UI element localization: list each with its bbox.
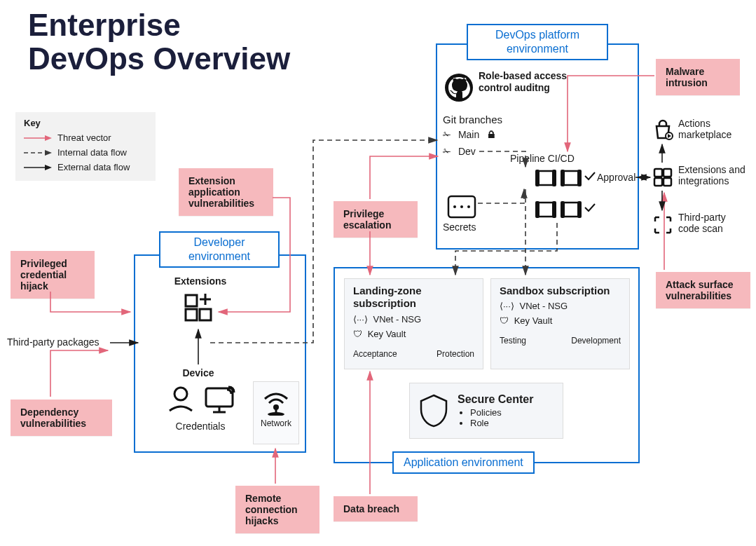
- svg-rect-22: [563, 171, 579, 185]
- svg-rect-24: [577, 170, 582, 186]
- landing-keyvault-label: Key Vault: [368, 329, 406, 339]
- sandbox-testing-label: Testing: [500, 336, 526, 346]
- sandbox-vnet-label: VNet - NSG: [519, 301, 568, 311]
- secure-center-panel: Secure Center Policies Role: [409, 383, 563, 439]
- legend-external-label: External data flow: [57, 162, 130, 172]
- vnet-icon: ⟨∙∙∙⟩: [353, 314, 368, 325]
- legend-title: Key: [24, 118, 147, 128]
- page-title: Enterprise DevOps Overview: [28, 8, 290, 76]
- application-environment-title: Application environment: [404, 456, 523, 468]
- threat-malware-intrusion: Malware intrusion: [656, 59, 740, 95]
- svg-rect-19: [538, 171, 554, 185]
- keyvault-icon: 🛡︎: [500, 315, 509, 326]
- actions-marketplace-label: Actions marketplace: [678, 118, 748, 140]
- threat-remote-connection: Remote connection hijacks: [235, 486, 319, 533]
- secure-center-role: Role: [470, 418, 534, 428]
- svg-rect-28: [563, 203, 579, 217]
- pipeline-stage-icon: [535, 200, 556, 219]
- branch-icon: ✁: [443, 129, 451, 140]
- svg-rect-27: [552, 201, 556, 218]
- vnet-icon: ⟨∙∙∙⟩: [500, 301, 514, 311]
- landing-protection-label: Protection: [437, 349, 474, 359]
- svg-rect-8: [200, 309, 211, 320]
- git-branches-label: Git branches: [443, 114, 527, 125]
- sandbox-panel: Sandbox subscription ⟨∙∙∙⟩ VNet - NSG 🛡︎…: [490, 278, 630, 369]
- threat-privileged-credential: Privileged credential hijack: [11, 251, 95, 299]
- device-label: Device: [174, 367, 223, 378]
- secrets-icon: [447, 195, 476, 219]
- legend-internal-label: Internal data flow: [57, 147, 127, 158]
- checkmark-icon: [584, 203, 596, 212]
- monitor-icon: [203, 384, 238, 415]
- pipeline-stage-icon: [561, 200, 582, 219]
- user-icon: [165, 384, 196, 415]
- svg-rect-40: [664, 178, 671, 186]
- svg-marker-1: [45, 135, 52, 141]
- approval-label: Approval: [597, 172, 639, 183]
- svg-rect-20: [535, 170, 539, 186]
- threat-privilege-escalation: Privilege escalation: [334, 201, 418, 238]
- svg-rect-39: [654, 178, 662, 186]
- rbac-label: Role-based access control auditng: [479, 70, 577, 94]
- extensions-integration-icon: [652, 167, 673, 188]
- branch-main-row: ✁ Main 🔒︎: [443, 129, 496, 140]
- branch-dev-row: ✁ Dev: [443, 146, 476, 157]
- threat-data-breach: Data breach: [334, 496, 418, 521]
- svg-rect-26: [535, 201, 539, 218]
- threat-dependency-vuln: Dependency vulnerabilities: [11, 400, 112, 436]
- scan-icon: [652, 214, 673, 236]
- checkmark-icon: [584, 171, 596, 181]
- svg-point-32: [453, 205, 456, 208]
- svg-rect-29: [561, 201, 565, 218]
- svg-rect-38: [664, 169, 671, 177]
- sandbox-title: Sandbox subscription: [500, 285, 621, 296]
- threat-attack-surface: Attack surface vulnerabilities: [656, 272, 750, 308]
- github-icon: [444, 73, 474, 102]
- svg-rect-6: [186, 295, 197, 306]
- pipeline-stage-icon: [535, 169, 556, 187]
- threat-extension-app-vuln: Extension application vulnerabilities: [179, 168, 273, 216]
- third-party-packages-label: Third-party packages: [7, 336, 112, 348]
- svg-rect-7: [186, 309, 197, 320]
- svg-marker-3: [45, 150, 52, 156]
- svg-rect-21: [552, 170, 556, 186]
- legend-internal-row: Internal data flow: [24, 147, 147, 158]
- pipeline-stage-icon: [561, 169, 582, 187]
- legend-threat-label: Threat vector: [57, 132, 111, 143]
- application-environment-label: Application environment: [392, 451, 535, 474]
- legend-box: Key Threat vector Internal data flow Ext…: [15, 112, 156, 181]
- svg-rect-25: [538, 203, 554, 217]
- devops-environment-title: DevOps platform environment: [478, 28, 597, 56]
- landing-zone-panel: Landing-zone subscription ⟨∙∙∙⟩ VNet - N…: [344, 278, 483, 369]
- developer-environment-label: Developer environment: [159, 231, 280, 268]
- svg-rect-23: [561, 170, 565, 186]
- devops-environment-label: DevOps platform environment: [467, 24, 608, 60]
- svg-rect-30: [577, 201, 582, 218]
- credentials-label: Credentials: [165, 421, 235, 432]
- lock-icon: 🔒︎: [486, 129, 496, 140]
- svg-point-17: [268, 412, 284, 416]
- network-label: Network: [258, 418, 294, 428]
- secure-center-title: Secure Center: [458, 393, 534, 406]
- branch-icon: ✁: [443, 146, 451, 157]
- landing-zone-title: Landing-zone subscription: [353, 285, 474, 310]
- svg-point-34: [467, 205, 470, 208]
- shopping-bag-icon: [652, 119, 673, 140]
- network-panel: Network: [253, 381, 299, 444]
- extensions-label: Extensions: [165, 275, 235, 287]
- landing-vnet-label: VNet - NSG: [373, 314, 421, 325]
- svg-point-33: [460, 205, 463, 208]
- sandbox-development-label: Development: [571, 336, 621, 346]
- svg-marker-5: [45, 165, 52, 170]
- svg-point-11: [174, 388, 187, 400]
- shield-icon: [418, 394, 449, 428]
- branch-main-label: Main: [458, 129, 479, 140]
- keyvault-icon: 🛡︎: [353, 329, 362, 339]
- branch-dev-label: Dev: [458, 146, 476, 157]
- network-icon: [262, 388, 290, 416]
- legend-external-row: External data flow: [24, 162, 147, 172]
- landing-acceptance-label: Acceptance: [353, 349, 397, 359]
- developer-environment-title: Developer environment: [170, 236, 268, 264]
- secure-center-policies: Policies: [470, 407, 534, 418]
- svg-rect-37: [654, 169, 662, 177]
